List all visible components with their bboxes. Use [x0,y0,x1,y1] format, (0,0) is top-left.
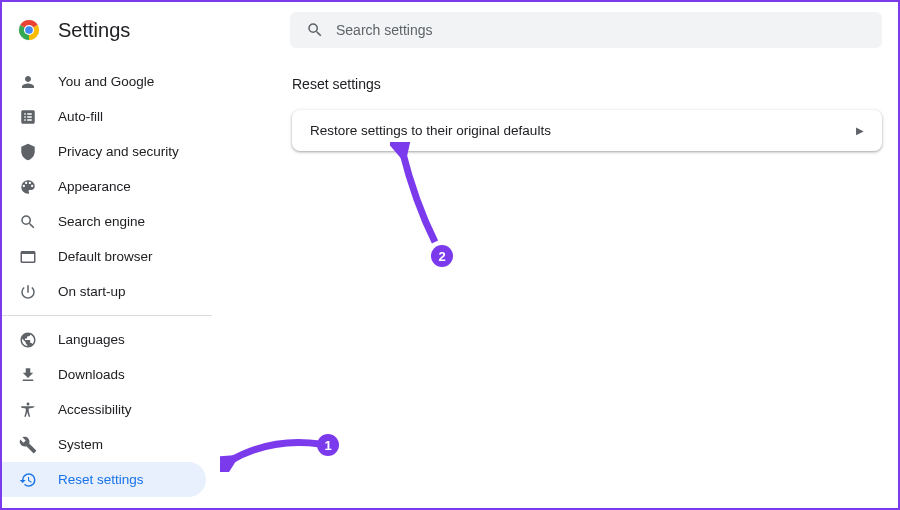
accessibility-icon [18,400,38,420]
sidebar-label: You and Google [58,74,154,89]
sidebar-item-reset-settings[interactable]: Reset settings [2,462,206,497]
sidebar-label: Downloads [58,367,125,382]
sidebar-label: On start-up [58,284,126,299]
sidebar-item-downloads[interactable]: Downloads [2,357,206,392]
sidebar-item-appearance[interactable]: Appearance [2,169,206,204]
reset-icon [18,470,38,490]
sidebar-label: Search engine [58,214,145,229]
sidebar-item-autofill[interactable]: Auto-fill [2,99,206,134]
card-text: Restore settings to their original defau… [310,123,551,138]
app-header: Settings [2,2,898,58]
sidebar-item-privacy[interactable]: Privacy and security [2,134,206,169]
shield-icon [18,142,38,162]
sidebar-item-system[interactable]: System [2,427,206,462]
chevron-right-icon: ▶ [856,125,864,136]
main-content: Reset settings Restore settings to their… [212,58,898,508]
sidebar-item-accessibility[interactable]: Accessibility [2,392,206,427]
search-box[interactable] [290,12,882,48]
browser-icon [18,247,38,267]
power-icon [18,282,38,302]
sidebar-item-default-browser[interactable]: Default browser [2,239,206,274]
sidebar-label: Languages [58,332,125,347]
sidebar-label: Reset settings [58,472,144,487]
person-icon [18,72,38,92]
search-input[interactable] [336,22,866,38]
sidebar: You and Google Auto-fill Privacy and sec… [2,58,212,508]
chrome-logo-icon [18,19,40,41]
section-title: Reset settings [292,76,882,92]
sidebar-label: Accessibility [58,402,132,417]
palette-icon [18,177,38,197]
globe-icon [18,330,38,350]
page-title: Settings [58,19,290,42]
sidebar-label: Privacy and security [58,144,179,159]
svg-point-2 [25,26,33,34]
search-icon [18,212,38,232]
sidebar-item-search-engine[interactable]: Search engine [2,204,206,239]
wrench-icon [18,435,38,455]
sidebar-item-languages[interactable]: Languages [2,322,206,357]
sidebar-label: System [58,437,103,452]
restore-defaults-card[interactable]: Restore settings to their original defau… [292,110,882,151]
sidebar-label: Default browser [58,249,153,264]
sidebar-item-you-and-google[interactable]: You and Google [2,64,206,99]
search-icon [306,21,324,39]
sidebar-item-on-startup[interactable]: On start-up [2,274,206,309]
sidebar-label: Auto-fill [58,109,103,124]
autofill-icon [18,107,38,127]
download-icon [18,365,38,385]
sidebar-label: Appearance [58,179,131,194]
